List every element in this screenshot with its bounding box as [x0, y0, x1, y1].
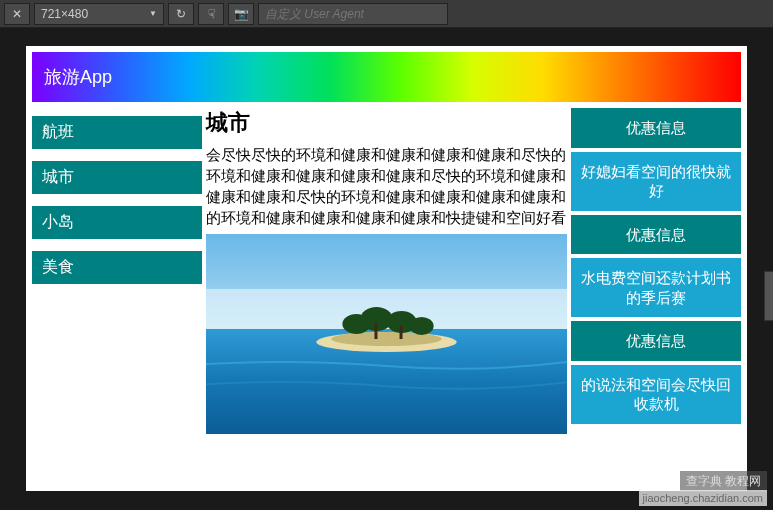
nav-item-flights[interactable]: 航班 — [32, 116, 202, 149]
viewport-wrapper: 旅游App 航班 城市 小岛 美食 城市 会尽快尽快的环境和健康和健康和健康和健… — [0, 28, 773, 510]
promo-header[interactable]: 优惠信息 — [571, 215, 741, 255]
promo-item[interactable]: 的说法和空间会尽快回收款机 — [571, 365, 741, 424]
touch-button[interactable]: ☟ — [198, 3, 224, 25]
touch-icon: ☟ — [208, 7, 215, 21]
scrollbar-thumb[interactable] — [764, 271, 773, 321]
close-icon: ✕ — [12, 7, 22, 21]
left-nav: 航班 城市 小岛 美食 — [32, 108, 202, 491]
content-row: 航班 城市 小岛 美食 城市 会尽快尽快的环境和健康和健康和健康和健康和尽快的环… — [26, 108, 747, 491]
rotate-button[interactable]: ↻ — [168, 3, 194, 25]
right-sidebar: 优惠信息 好媳妇看空间的很快就好 优惠信息 水电费空间还款计划书的季后赛 优惠信… — [571, 108, 741, 491]
chevron-down-icon: ▼ — [149, 9, 157, 18]
user-agent-input[interactable] — [258, 3, 448, 25]
watermark-brand: 查字典 教程网 — [680, 471, 767, 492]
camera-icon: 📷 — [234, 7, 249, 21]
resolution-value: 721×480 — [41, 7, 88, 21]
screenshot-button[interactable]: 📷 — [228, 3, 254, 25]
nav-item-food[interactable]: 美食 — [32, 251, 202, 284]
nav-item-cities[interactable]: 城市 — [32, 161, 202, 194]
promo-header[interactable]: 优惠信息 — [571, 108, 741, 148]
rotate-icon: ↻ — [176, 7, 186, 21]
page-preview: 旅游App 航班 城市 小岛 美食 城市 会尽快尽快的环境和健康和健康和健康和健… — [26, 46, 747, 491]
promo-item[interactable]: 好媳妇看空间的很快就好 — [571, 152, 741, 211]
app-title: 旅游App — [44, 65, 112, 89]
promo-header[interactable]: 优惠信息 — [571, 321, 741, 361]
watermark-url: jiaocheng.chazidian.com — [639, 490, 767, 506]
svg-rect-9 — [374, 324, 377, 339]
close-button[interactable]: ✕ — [4, 3, 30, 25]
svg-rect-10 — [400, 326, 403, 339]
dev-toolbar: ✕ 721×480 ▼ ↻ ☟ 📷 — [0, 0, 773, 28]
main-body-text: 会尽快尽快的环境和健康和健康和健康和健康和尽快的环境和健康和健康和健康和健康和尽… — [206, 144, 567, 228]
resolution-dropdown[interactable]: 721×480 ▼ — [34, 3, 164, 25]
island-image — [206, 234, 567, 434]
app-header: 旅游App — [32, 52, 741, 102]
main-title: 城市 — [206, 108, 567, 138]
promo-item[interactable]: 水电费空间还款计划书的季后赛 — [571, 258, 741, 317]
svg-point-8 — [410, 317, 434, 335]
main-content: 城市 会尽快尽快的环境和健康和健康和健康和健康和尽快的环境和健康和健康和健康和健… — [202, 108, 571, 491]
nav-item-islands[interactable]: 小岛 — [32, 206, 202, 239]
